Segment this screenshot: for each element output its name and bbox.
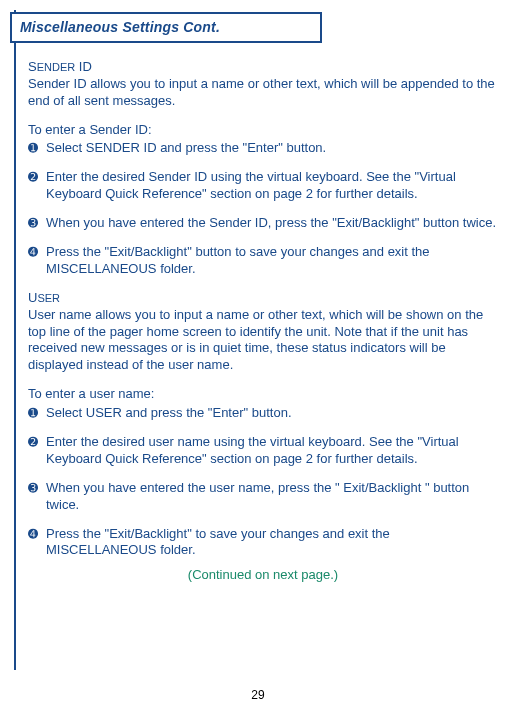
step-text: When you have entered the Sender ID, pre… xyxy=(46,215,498,232)
step-item: ➊ Select USER and press the "Enter" butt… xyxy=(28,405,498,422)
step-text: Select SENDER ID and press the "Enter" b… xyxy=(46,140,498,157)
step-text: Press the "Exit/Backlight" to save your … xyxy=(46,526,498,560)
title-box: Miscellaneous Settings Cont. xyxy=(10,12,322,43)
step-item: ➌ When you have entered the user name, p… xyxy=(28,480,498,514)
page-number: 29 xyxy=(0,688,516,704)
step-item: ➋ Enter the desired Sender ID using the … xyxy=(28,169,498,203)
step-item: ➋ Enter the desired user name using the … xyxy=(28,434,498,468)
step-bullet-icon: ➍ xyxy=(28,526,46,560)
step-bullet-icon: ➊ xyxy=(28,140,46,157)
continued-text: (Continued on next page.) xyxy=(28,567,498,584)
steps-lead: To enter a user name: xyxy=(28,386,498,403)
step-bullet-icon: ➊ xyxy=(28,405,46,422)
step-item: ➍ Press the "Exit/Backlight" to save you… xyxy=(28,526,498,560)
step-text: Enter the desired Sender ID using the vi… xyxy=(46,169,498,203)
step-text: Enter the desired user name using the vi… xyxy=(46,434,498,468)
step-item: ➌ When you have entered the Sender ID, p… xyxy=(28,215,498,232)
step-bullet-icon: ➌ xyxy=(28,480,46,514)
step-item: ➍ Press the "Exit/Backlight" button to s… xyxy=(28,244,498,278)
section-heading-user: USER xyxy=(28,290,498,307)
step-bullet-icon: ➌ xyxy=(28,215,46,232)
step-text: Select USER and press the "Enter" button… xyxy=(46,405,498,422)
section-heading-sender: SENDER ID xyxy=(28,59,498,76)
step-item: ➊ Select SENDER ID and press the "Enter"… xyxy=(28,140,498,157)
step-text: When you have entered the user name, pre… xyxy=(46,480,498,514)
page-content: Miscellaneous Settings Cont. SENDER ID S… xyxy=(0,0,516,584)
step-bullet-icon: ➍ xyxy=(28,244,46,278)
section-intro: Sender ID allows you to input a name or … xyxy=(28,76,498,110)
step-bullet-icon: ➋ xyxy=(28,434,46,468)
step-text: Press the "Exit/Backlight" button to sav… xyxy=(46,244,498,278)
steps-lead: To enter a Sender ID: xyxy=(28,122,498,139)
step-bullet-icon: ➋ xyxy=(28,169,46,203)
page-title: Miscellaneous Settings Cont. xyxy=(20,19,220,35)
section-intro: User name allows you to input a name or … xyxy=(28,307,498,375)
